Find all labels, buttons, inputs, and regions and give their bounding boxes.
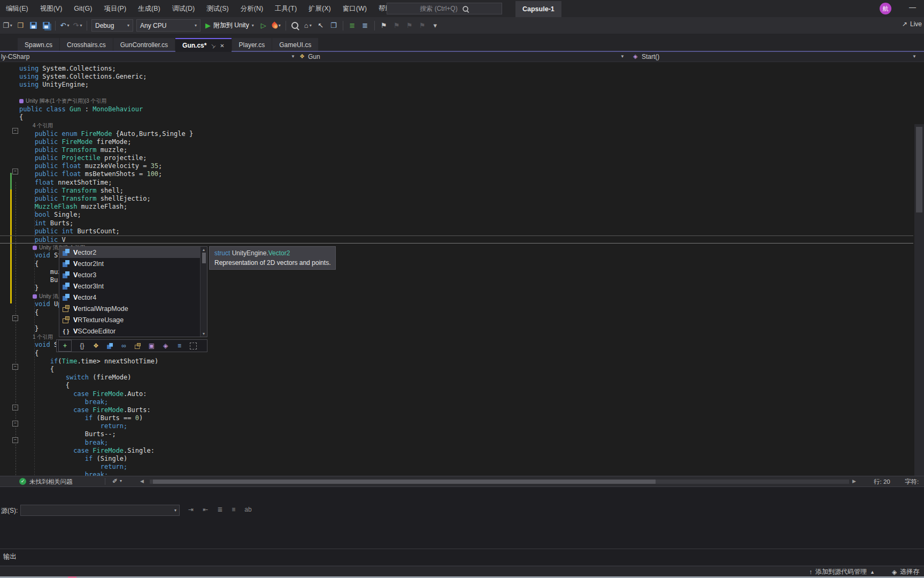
completion-item-verticalwrapmode[interactable]: VerticalWrapMode [59,303,200,314]
code-line[interactable] [0,89,913,97]
code-line[interactable]: MuzzleFlash muzzleFlash; [0,203,913,211]
hot-reload-button[interactable]: ▾ [271,19,282,32]
code-line[interactable]: public float msBetwenShots = 100; [0,170,913,178]
code-line[interactable]: public float muzzkeVelocity = 35; [0,162,913,170]
save-button[interactable] [27,19,39,32]
tab-playercs[interactable]: Player.cs [232,38,272,52]
filter-misc[interactable] [187,340,199,351]
code-line[interactable]: { [0,366,913,374]
close-icon[interactable]: ✕ [220,43,224,49]
bookmark-button[interactable]: ⚑ [378,19,390,32]
clear-bookmarks-button[interactable]: ⚑ [417,19,428,32]
tab-guncs[interactable]: Gun.cs*⊣✕ [175,38,231,52]
code-line[interactable]: return; [0,463,913,471]
code-line[interactable]: public enum FireMode {Auto,Burts,Single … [0,130,913,138]
scrollbar-thumb[interactable] [202,253,206,263]
code-line[interactable]: case FireMode.Auto: [0,390,913,398]
fold-toggle-icon[interactable]: − [12,169,18,174]
completion-item-vector3[interactable]: Vector3 [59,269,200,280]
fold-toggle-icon[interactable]: − [12,315,18,321]
code-line[interactable]: if (Single) [0,455,913,463]
code-line[interactable]: using System.Collections; [0,65,913,73]
completion-item-vrtextureusage[interactable]: VRTextureUsage [59,314,200,325]
code-line[interactable]: break; [0,471,913,476]
menubar-item[interactable]: 工具(T) [269,0,303,17]
tab-guncontrollercs[interactable]: GunController.cs [113,38,175,52]
scrollbar-thumb[interactable] [916,127,922,212]
undo-button[interactable]: ↶▾ [59,19,71,32]
code-line[interactable]: case FireMode.Single: [0,447,913,455]
copy-document-button[interactable]: ❐ [328,19,340,32]
code-line[interactable]: int Burts; [0,219,913,227]
scroll-up-icon[interactable]: ▲ [202,248,206,252]
comment-button[interactable]: ≣ [346,19,358,32]
start-without-debugging-button[interactable]: ▷ [258,19,270,32]
horizontal-scrollbar[interactable] [150,480,849,484]
filter-modules[interactable]: ▣ [145,340,158,351]
code-line[interactable]: { [0,113,913,121]
code-line[interactable]: public Transform shell; [0,187,913,195]
cursor-tool-button[interactable]: ↖ [315,19,327,32]
redo-button[interactable]: ↷▾ [72,19,83,32]
fold-toggle-icon[interactable]: − [12,421,18,427]
code-line[interactable]: Burts--; [0,430,913,438]
code-cleanup-button[interactable]: ✐ ▾ [112,477,122,485]
type-dropdown[interactable]: Gun [308,53,320,60]
scroll-left-icon[interactable]: ◀ [140,478,144,484]
vertical-scrollbar[interactable] [914,124,924,476]
filter-namespaces[interactable]: {} [76,340,88,351]
codelens-unity[interactable]: Unity 脚本(1 个资产引用)|3 个引用 [0,97,913,105]
scroll-down-icon[interactable]: ▼ [202,332,206,336]
code-line[interactable]: public V [0,235,913,244]
menubar-item[interactable]: Git(G) [68,0,98,17]
solution-explorer-button[interactable]: ⌂▾ [302,19,314,32]
filter-structs[interactable] [104,340,116,351]
filter-keywords[interactable]: ◈ [159,340,172,351]
next-bookmark-button[interactable]: ⚑ [404,19,415,32]
code-line[interactable]: public class Gun : MonoBehaviour [0,105,913,113]
minimize-button[interactable]: — [909,3,916,11]
completion-item-vector3int[interactable]: Vector3Int [59,280,200,292]
new-file-button[interactable]: ❐▾ [2,19,13,32]
pin-icon[interactable]: ⊣ [210,42,217,49]
filter-show-all[interactable]: + [58,340,72,352]
tab-output[interactable]: 输出 [3,552,17,561]
filter-snippets[interactable]: ≡ [173,340,186,351]
avatar[interactable]: 航 [880,3,891,14]
chevron-down-icon[interactable]: ▼ [620,54,625,59]
select-repository-button[interactable]: ◈ 选择存 [892,567,919,576]
menubar-item[interactable]: 调试(D) [166,0,201,17]
search-input[interactable]: 搜索 (Ctrl+Q) [387,3,502,14]
menubar-item[interactable]: 生成(B) [132,0,166,17]
menubar-item[interactable]: 窗口(W) [337,0,373,17]
code-line[interactable]: return; [0,422,913,430]
codelens[interactable]: 4 个引用 [13,121,913,130]
fold-toggle-icon[interactable]: − [12,405,18,410]
output-wrap-icon[interactable]: ab [244,506,251,513]
menubar-item[interactable]: 测试(S) [201,0,235,17]
output-lines-icon[interactable]: ≡ [232,506,235,513]
code-line[interactable]: { [0,382,913,390]
code-line[interactable]: using System.Collections.Generic; [0,73,913,81]
tab-gameuics[interactable]: GameUI.cs [272,38,318,52]
fold-toggle-icon[interactable]: − [12,128,18,134]
attach-to-unity-button[interactable]: ▶附加到 Unity▾ [205,21,254,30]
code-line[interactable]: if(Time.time> nnextShotTime) [0,358,913,366]
chevron-down-icon[interactable]: ▼ [912,54,917,59]
save-all-button[interactable] [40,19,52,32]
filter-delegates[interactable]: ∞ [118,340,130,351]
open-file-button[interactable]: ❒ [14,19,26,32]
output-indent-icon[interactable]: ⇤ [203,506,208,513]
code-line[interactable]: float nnextShotTime; [0,179,913,187]
live-share-button[interactable]: ↗ Live [902,20,922,28]
menubar-item[interactable]: 编辑(E) [0,0,34,17]
find-in-files-button[interactable] [289,19,301,32]
menubar-item[interactable]: 项目(P) [98,0,132,17]
code-line[interactable]: public Projectile projectile; [0,154,913,162]
uncomment-button[interactable]: ≣ [359,19,371,32]
code-line[interactable]: break; [0,439,913,447]
add-to-source-control-button[interactable]: ↑ 添加到源代码管理 ▲ [809,567,875,576]
completion-scrollbar[interactable]: ▲ ▼ [200,247,207,337]
code-line[interactable]: break; [0,398,913,406]
fold-toggle-icon[interactable]: − [12,364,18,370]
